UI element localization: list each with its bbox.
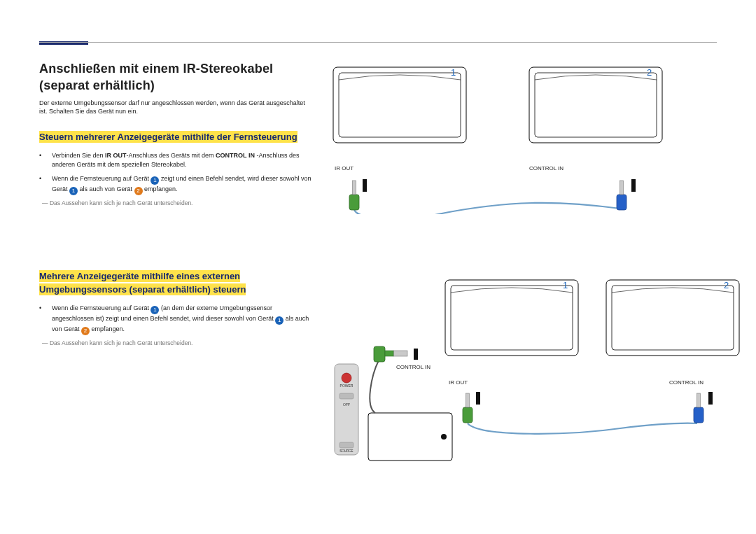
sensor-box-icon <box>368 413 452 461</box>
section-2-heading-line-2: Umgebungssensors (separat erhältlich) st… <box>39 283 246 295</box>
diagram-remote-control: 1 2 IR OUT CONTROL IN <box>326 60 718 200</box>
svg-rect-23 <box>694 407 704 423</box>
device-1-badge: 1 <box>150 306 159 314</box>
svg-rect-7 <box>620 181 624 195</box>
jack-blue-icon <box>617 181 626 210</box>
content-columns: Anschließen mit einem IR-Stereokabel (se… <box>39 28 717 346</box>
right-column: 1 2 IR OUT CONTROL IN <box>326 28 717 346</box>
port-icon <box>363 179 367 192</box>
footnote: Das Aussehen kann sich je nach Gerät unt… <box>42 199 312 206</box>
section-2-heading: Mehrere Anzeigegeräte mithilfe eines ext… <box>39 270 246 296</box>
list-item-text: Wenn die Fernsteuerung auf Gerät 1 zeigt… <box>52 174 312 195</box>
title-line-1: Anschließen mit einem IR-Stereokabel <box>39 62 273 76</box>
device-2-badge: 2 <box>81 327 90 335</box>
remote-source-label: SOURCE <box>340 449 353 453</box>
port-icon <box>631 179 636 192</box>
remote-control-icon: POWER OFF SOURCE <box>335 364 358 455</box>
intro-paragraph: Der externe Umgebungssensor darf nur ang… <box>39 99 312 116</box>
svg-rect-11 <box>612 286 734 350</box>
monitor-2-icon <box>606 280 739 356</box>
page: Anschließen mit einem IR-Stereokabel (se… <box>0 0 756 374</box>
cable-icon <box>354 203 620 214</box>
section-2: Mehrere Anzeigegeräte mithilfe eines ext… <box>39 269 312 347</box>
device-1-badge: 1 <box>69 187 78 195</box>
svg-rect-24 <box>697 393 701 407</box>
list-item: • Wenn die Fernsteuerung auf Gerät 1 (an… <box>39 304 312 335</box>
svg-rect-19 <box>393 351 407 356</box>
section-1-heading-text: Steuern mehrerer Anzeigegeräte mithilfe … <box>39 131 298 143</box>
jack-green-icon <box>463 393 472 423</box>
title-line-2: (separat erhältlich) <box>39 78 155 92</box>
section-1-list: • Verbinden Sie den IR OUT-Anschluss des… <box>39 151 312 195</box>
monitor-1-icon <box>333 67 466 143</box>
list-item-text: Verbinden Sie den IR OUT-Anschluss des G… <box>52 151 312 170</box>
diagram-external-sensor: POWER OFF SOURCE <box>326 273 718 455</box>
svg-rect-18 <box>374 346 385 362</box>
section-2-heading-line-1: Mehrere Anzeigegeräte mithilfe eines ext… <box>39 270 240 282</box>
svg-rect-3 <box>535 73 657 137</box>
label-ir-out: IR OUT <box>449 379 468 386</box>
label-ir-out: IR OUT <box>335 165 354 171</box>
cable-icon <box>468 423 697 434</box>
label-control-in: CONTROL IN <box>529 165 564 171</box>
svg-rect-5 <box>353 181 356 195</box>
bullet-icon: • <box>39 151 52 170</box>
port-icon <box>708 392 713 405</box>
port-icon <box>476 392 480 405</box>
section-2-heading-wrap: Mehrere Anzeigegeräte mithilfe eines ext… <box>39 269 312 297</box>
device-1-badge: 1 <box>150 176 159 185</box>
monitor-2-number: 2 <box>724 280 729 290</box>
device-1-badge: 1 <box>275 316 284 325</box>
svg-rect-17 <box>340 442 354 448</box>
port-icon <box>414 349 418 360</box>
page-title: Anschließen mit einem IR-Stereokabel (se… <box>39 60 312 94</box>
svg-rect-1 <box>339 73 461 137</box>
remote-off-label: OFF <box>343 402 350 407</box>
left-column: Anschließen mit einem IR-Stereokabel (se… <box>39 28 326 346</box>
section-1-heading-wrap: Steuern mehrerer Anzeigegeräte mithilfe … <box>39 130 312 144</box>
svg-rect-9 <box>451 286 573 350</box>
bullet-icon: • <box>39 304 52 335</box>
svg-rect-16 <box>340 393 354 399</box>
diagram-2-svg: POWER OFF SOURCE <box>326 273 746 469</box>
label-control-in: CONTROL IN <box>669 379 704 386</box>
monitor-2-icon <box>529 67 662 143</box>
bullet-icon: • <box>39 174 52 195</box>
jack-blue-icon <box>694 393 704 423</box>
monitor-1-number: 1 <box>451 67 456 78</box>
list-item: • Wenn die Fernsteuerung auf Gerät 1 zei… <box>39 174 312 195</box>
section-1-heading: Steuern mehrerer Anzeigegeräte mithilfe … <box>39 131 298 143</box>
svg-point-15 <box>342 373 351 383</box>
list-item: • Verbinden Sie den IR OUT-Anschluss des… <box>39 151 312 170</box>
svg-rect-22 <box>466 393 470 407</box>
svg-rect-12 <box>368 413 452 461</box>
label-control-in: CONTROL IN <box>396 364 430 370</box>
svg-rect-6 <box>617 195 626 210</box>
svg-rect-20 <box>385 351 393 356</box>
device-2-badge: 2 <box>134 187 143 195</box>
section-2-list: • Wenn die Fernsteuerung auf Gerät 1 (an… <box>39 304 312 335</box>
list-item-text: Wenn die Fernsteuerung auf Gerät 1 (an d… <box>52 304 312 335</box>
monitor-1-number: 1 <box>563 280 568 290</box>
diagram-1-svg <box>326 60 718 214</box>
svg-point-13 <box>441 434 447 440</box>
monitor-2-number: 2 <box>647 67 652 78</box>
remote-power-label: POWER <box>340 384 354 388</box>
jack-green-icon <box>374 346 407 362</box>
svg-rect-21 <box>463 407 472 423</box>
footnote: Das Aussehen kann sich je nach Gerät unt… <box>42 339 312 346</box>
cable-icon <box>370 360 379 413</box>
svg-rect-4 <box>349 195 359 210</box>
jack-green-icon <box>349 181 359 210</box>
monitor-1-icon <box>445 280 578 356</box>
